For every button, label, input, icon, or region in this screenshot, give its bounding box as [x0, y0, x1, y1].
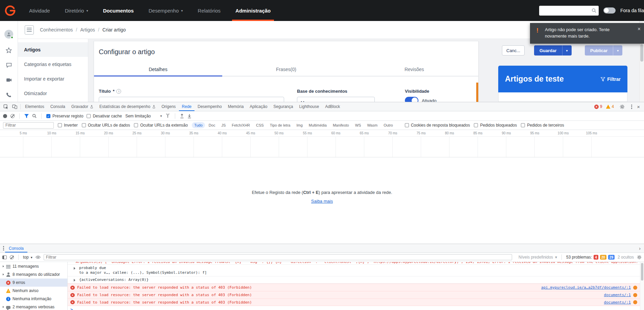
form-tab[interactable]: Frases(0) — [222, 63, 350, 76]
console-log-message[interactable]: {activeConversations: Array(0)} — [68, 276, 640, 284]
devtools-tab[interactable]: Origens — [159, 102, 179, 111]
console-settings-gear-icon[interactable] — [637, 255, 642, 260]
request-type-pill[interactable]: CSS — [254, 122, 266, 128]
sidebar-item[interactable]: Artigos — [18, 42, 88, 57]
devtools-tab[interactable]: Desempenho — [194, 102, 225, 111]
breadcrumb-item[interactable]: Criar artigo — [102, 27, 126, 32]
chevron-right-icon[interactable]: › — [639, 246, 642, 251]
console-sidebar-item[interactable]: 2 mensagens verbosas — [0, 303, 67, 310]
console-sidebar-item[interactable]: 8 mensagens do utilizador — [0, 270, 67, 279]
network-search-icon[interactable] — [32, 114, 37, 118]
console-sidebar-item[interactable]: Nenhum aviso — [0, 287, 67, 295]
disable-cache-checkbox[interactable]: Desativar cache — [87, 114, 122, 118]
error-count[interactable]: 9 — [594, 104, 602, 109]
favorites-star-icon[interactable] — [5, 47, 12, 53]
network-filter-input[interactable] — [3, 122, 54, 129]
save-button[interactable]: Guardar ▾ — [534, 45, 572, 56]
kb-select[interactable]: Meus ▾ — [297, 97, 375, 102]
request-type-pill[interactable]: WS — [353, 122, 364, 128]
sidebar-item[interactable]: Categorias e etiquetas — [18, 57, 88, 71]
filter-checkbox[interactable]: Cookies de resposta bloqueados — [405, 123, 470, 128]
devtools-close-icon[interactable]: × — [637, 104, 640, 110]
filter-button[interactable]: Filtrar — [601, 76, 621, 82]
console-filter-input[interactable] — [44, 254, 512, 260]
devtools-tab[interactable]: Segurança — [270, 102, 296, 111]
warning-count[interactable]: 4 — [606, 104, 614, 109]
console-sidebar-toggle-icon[interactable] — [2, 256, 7, 259]
filter-checkbox[interactable]: Inverter — [58, 123, 78, 128]
drawer-menu-icon[interactable] — [3, 248, 4, 249]
devtools-tab[interactable]: Rede — [179, 102, 195, 111]
form-tab[interactable]: Revisões — [350, 63, 478, 76]
filter-checkbox[interactable]: Pedidos bloqueados — [474, 123, 517, 128]
source-link[interactable]: documents/:1 — [604, 300, 631, 305]
more-options-icon[interactable] — [631, 106, 632, 107]
phone-icon[interactable] — [5, 91, 12, 98]
import-har-icon[interactable] — [180, 114, 184, 118]
request-type-pill[interactable]: Outro — [381, 122, 395, 128]
request-type-pill[interactable]: Img — [294, 122, 305, 128]
breadcrumb-item[interactable]: Artigos — [80, 27, 102, 32]
console-sidebar-item[interactable]: Nenhuma informação — [0, 295, 67, 303]
request-type-pill[interactable]: Tipo de letra — [268, 122, 293, 128]
log-levels-select[interactable]: Níveis predefinidos▾ — [519, 255, 557, 260]
request-type-pill[interactable]: Multimédia — [306, 122, 329, 128]
video-icon[interactable] — [5, 76, 12, 83]
filter-checkbox[interactable]: Pedidos de terceiros — [521, 123, 564, 128]
titulo-input[interactable] — [99, 97, 284, 102]
cancel-button[interactable]: Canc... — [502, 45, 525, 56]
console-sidebar-item[interactable]: 9 erros — [0, 279, 67, 287]
filter-checkbox[interactable]: Ocultar URLs da extensão — [134, 123, 188, 128]
record-icon[interactable] — [3, 114, 7, 118]
devtools-tab[interactable]: Elementos — [22, 102, 47, 111]
network-conditions-icon[interactable] — [165, 114, 170, 118]
request-type-pill[interactable]: Fetch/XHR — [229, 122, 252, 128]
console-scrollbar[interactable] — [640, 262, 644, 310]
expand-arrow-icon[interactable] — [74, 279, 75, 282]
console-sidebar-item[interactable]: 11 mensagens — [0, 262, 67, 270]
request-type-pill[interactable]: JS — [219, 122, 228, 128]
user-avatar[interactable] — [4, 30, 13, 39]
console-log-message[interactable]: probably due to a major v…, callee: (...… — [68, 265, 640, 276]
breadcrumb-item[interactable]: Conhecimentos — [40, 27, 80, 32]
devtools-tab[interactable]: Estatísticas de desempenho — [96, 102, 159, 111]
nav-item[interactable]: Administração ▾ — [228, 0, 278, 21]
clear-console-icon[interactable] — [10, 255, 14, 259]
info-icon[interactable]: i — [116, 89, 121, 94]
settings-gear-icon[interactable] — [618, 104, 626, 109]
learn-more-link[interactable]: Saiba mais — [311, 199, 333, 204]
sidebar-item[interactable]: Importar e exportar — [18, 71, 88, 86]
toast-close-icon[interactable]: × — [638, 27, 641, 44]
sidebar-toggle-button[interactable] — [25, 25, 34, 35]
devtools-tab[interactable]: Gravador — [68, 102, 96, 111]
adblock-badge-icon[interactable] — [633, 300, 637, 304]
filter-funnel-icon[interactable] — [24, 114, 29, 118]
devtools-tab[interactable]: AdBlock — [322, 102, 343, 111]
devtools-tab[interactable]: Consola — [47, 102, 68, 111]
request-type-pill[interactable]: Tudo — [192, 122, 205, 128]
save-dropdown-caret[interactable]: ▾ — [562, 45, 572, 56]
device-toolbar-icon[interactable] — [10, 102, 19, 111]
request-type-pill[interactable]: Doc — [206, 122, 218, 128]
nav-item[interactable]: Diretório ▾ — [58, 0, 96, 21]
genesys-logo-icon[interactable] — [5, 5, 16, 16]
nav-item[interactable]: Documentos ▾ — [95, 0, 141, 21]
console-tab[interactable]: Consola — [5, 244, 27, 252]
preserve-log-checkbox[interactable]: Preservar registo — [46, 114, 83, 118]
eye-icon[interactable] — [36, 256, 41, 259]
scrollbar-thumb[interactable] — [640, 44, 643, 62]
sidebar-item[interactable]: Otimizador — [18, 86, 88, 101]
nav-item[interactable]: Desempenho ▾ — [141, 0, 190, 21]
inspect-element-icon[interactable] — [1, 102, 10, 111]
adblock-badge-icon[interactable] — [633, 293, 637, 297]
source-link[interactable]: documents/:1 — [604, 293, 631, 297]
issues-counter[interactable]: 53 problemas: 4 20 29 — [566, 255, 615, 260]
nav-item[interactable]: Relatórios ▾ — [190, 0, 228, 21]
context-select[interactable]: top▾ — [23, 255, 32, 260]
throttling-select[interactable]: Sem limitação▾ — [125, 114, 162, 118]
request-type-pill[interactable]: Wasm — [365, 122, 380, 128]
clear-icon[interactable] — [10, 114, 15, 118]
global-search-input[interactable] — [539, 6, 599, 16]
visibility-toggle[interactable] — [405, 97, 418, 102]
devtools-tab[interactable]: Memória — [225, 102, 247, 111]
